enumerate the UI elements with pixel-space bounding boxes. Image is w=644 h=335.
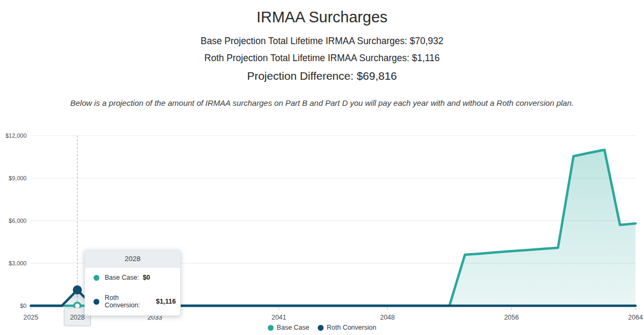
chart-description: Below is a projection of the amount of I… [0,98,644,107]
x-axis-label: 2064 [628,314,643,321]
roth-conversion-legend-dot-icon [318,325,324,331]
x-axis-label: 2041 [272,314,286,321]
base-case-legend-dot-icon [268,325,274,331]
x-axis-label: 2025 [23,314,38,321]
legend-item-base-case[interactable]: Base Case [268,324,309,331]
x-axis-label: 2056 [504,314,519,321]
tooltip-base-case-value: $0 [143,274,150,281]
roth-conversion-hover-marker[interactable] [73,286,82,295]
summary-roth-projection: Roth Projection Total Lifetime IRMAA Sur… [0,53,644,64]
x-axis-label: 2048 [380,314,395,321]
tooltip-roth-conversion-label: Roth Conversion: [105,294,152,309]
tooltip-year-title: 2028 [85,250,180,267]
y-axis-label: $0 [20,303,27,309]
x-axis-label: 2028 [70,314,85,321]
base-case-dot-icon [94,275,99,281]
y-axis-label: $12,000 [5,132,27,139]
summary-base-projection: Base Projection Total Lifetime IRMAA Sur… [0,36,644,47]
y-axis-label: $6,000 [9,217,27,224]
tooltip-row-base-case: Base Case: $0 [85,267,180,288]
chart-tooltip: 2028 Base Case: $0 Roth Conversion: $1,1… [84,250,181,316]
tooltip-row-roth-conversion: Roth Conversion: $1,116 [85,288,180,315]
tooltip-roth-conversion-value: $1,116 [156,298,176,305]
legend-roth-conversion-label: Roth Conversion [327,324,376,331]
chart-legend: Base Case Roth Conversion [0,324,644,331]
roth-conversion-dot-icon [94,299,99,305]
y-axis-label: $9,000 [9,175,27,181]
tooltip-base-case-label: Base Case: [105,274,139,281]
legend-item-roth-conversion[interactable]: Roth Conversion [318,324,376,331]
page-title: IRMAA Surcharges [0,9,644,26]
y-axis-label: $3,000 [9,260,27,266]
report-header: IRMAA Surcharges Base Projection Total L… [0,9,644,107]
summary-projection-difference: Projection Difference: $69,816 [0,70,644,82]
irmaa-chart-container: $0$3,000$6,000$9,000$12,0002025202820332… [0,129,644,333]
legend-base-case-label: Base Case [277,324,309,331]
